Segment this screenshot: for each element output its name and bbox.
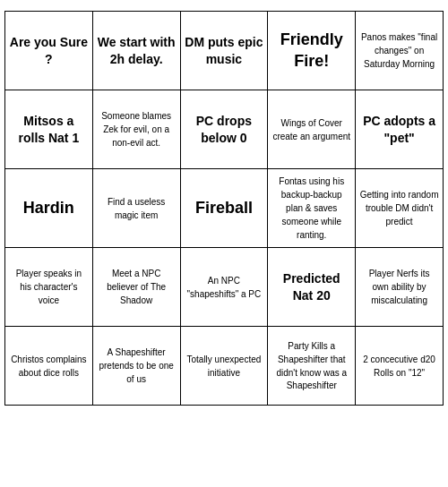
cell-4-0: Christos complains about dice rolls — [5, 327, 93, 406]
bingo-title — [0, 0, 448, 11]
cell-1-0: Mitsos a rolls Nat 1 — [5, 90, 93, 169]
cell-4-1: A Shapeshifter pretends to be one of us — [92, 327, 180, 406]
cell-3-1: Meet a NPC believer of The Shadow — [92, 248, 180, 327]
cell-3-3: Predicted Nat 20 — [268, 248, 356, 327]
cell-4-2: Totally unexpected initiative — [180, 327, 268, 406]
cell-1-4: PC adopts a "pet" — [356, 90, 444, 169]
cell-1-3: Wings of Cover create an argument — [268, 90, 356, 169]
cell-0-0: Are you Sure ? — [5, 12, 93, 90]
cell-2-1: Find a useless magic item — [92, 169, 180, 248]
cell-2-0: Hardin — [5, 169, 93, 248]
bingo-grid: Are you Sure ?We start with 2h delay.DM … — [4, 11, 444, 406]
cell-0-2: DM puts epic music — [180, 12, 268, 90]
cell-2-3: Fontas using his backup-backup plan & sa… — [268, 169, 356, 248]
cell-0-3: Friendly Fire! — [268, 12, 356, 90]
cell-4-3: Party Kills a Shapeshifter that didn't k… — [268, 327, 356, 406]
cell-4-4: 2 concecutive d20 Rolls on "12" — [356, 327, 444, 406]
cell-1-2: PC drops below 0 — [180, 90, 268, 169]
cell-0-1: We start with 2h delay. — [92, 12, 180, 90]
cell-0-4: Panos makes "final changes" on Saturday … — [356, 12, 444, 90]
cell-1-1: Someone blames Zek for evil, on a non-ev… — [92, 90, 180, 169]
cell-3-0: Player speaks in his character's voice — [5, 248, 93, 327]
cell-3-4: Player Nerfs its own ability by miscalcu… — [356, 248, 444, 327]
cell-3-2: An NPC "shapeshifts" a PC — [180, 248, 268, 327]
cell-2-2: Fireball — [180, 169, 268, 248]
cell-2-4: Getting into random trouble DM didn't pr… — [356, 169, 444, 248]
